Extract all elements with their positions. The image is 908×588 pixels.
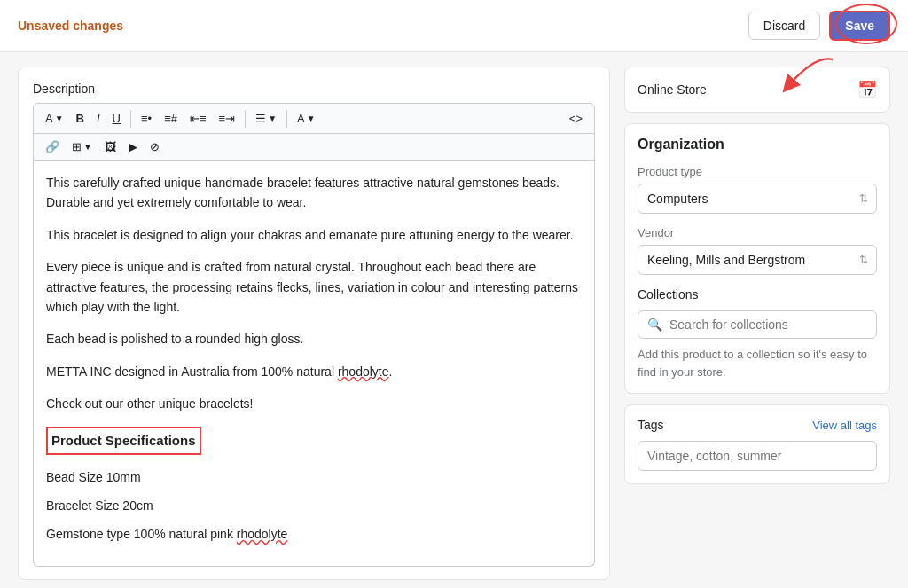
search-icon: 🔍 (647, 318, 662, 332)
save-button-wrapper: Save (829, 11, 890, 41)
divider1 (130, 110, 131, 128)
toolbar-row2: 🔗 ⊞ ▼ 🖼 ▶ ⊘ (33, 134, 595, 161)
ul-btn[interactable]: ≡• (137, 109, 156, 128)
vendor-label: Vendor (638, 226, 877, 239)
online-store-card: Online Store 📅 (624, 67, 890, 113)
collections-search-box[interactable]: 🔍 (638, 310, 877, 339)
product-type-wrapper: Computers Accessories Peripherals ⇅ (638, 184, 877, 214)
main-layout: Description A ▼ B I U ≡• ≡# ⇤≡ ≡⇥ ☰ ▼ A … (0, 52, 908, 588)
video-btn[interactable]: ▶ (124, 137, 142, 156)
divider2 (245, 110, 246, 128)
save-button[interactable]: Save (829, 11, 890, 41)
image-btn[interactable]: 🖼 (100, 137, 121, 156)
spec-1: Bead Size 10mm (46, 467, 582, 487)
left-panel: Description A ▼ B I U ≡• ≡# ⇤≡ ≡⇥ ☰ ▼ A … (18, 67, 610, 580)
tags-card: Tags View all tags (624, 404, 890, 484)
specs-heading: Product Specifications (46, 427, 201, 455)
online-store-label: Online Store (638, 82, 707, 97)
unsaved-changes-label: Unsaved changes (18, 19, 123, 33)
para-4: Each bead is polished to a rounded high … (46, 329, 582, 349)
description-label: Description (33, 82, 595, 96)
right-panel: Online Store 📅 Organization Product type… (624, 67, 890, 580)
rhodolyte-spec-word: rhodolyte (237, 527, 288, 541)
bold-btn[interactable]: B (72, 109, 89, 128)
para-6: Check out our other unique bracelets! (46, 394, 582, 413)
collections-section: Collections 🔍 Add this product to a coll… (638, 287, 877, 380)
underline-btn[interactable]: U (108, 109, 125, 128)
link-btn[interactable]: 🔗 (41, 137, 64, 156)
para-3: Every piece is unique and is crafted fro… (46, 257, 582, 317)
ol-btn[interactable]: ≡# (160, 109, 182, 128)
toolbar-row1: A ▼ B I U ≡• ≡# ⇤≡ ≡⇥ ☰ ▼ A ▼ <> (33, 103, 595, 134)
calendar-icon[interactable]: 📅 (857, 80, 877, 99)
indent-btn[interactable]: ≡⇥ (215, 109, 240, 128)
outdent-btn[interactable]: ⇤≡ (185, 109, 211, 128)
divider3 (286, 110, 287, 128)
color-btn[interactable]: A ▼ (293, 109, 320, 128)
discard-button[interactable]: Discard (748, 12, 820, 40)
online-store-row: Online Store 📅 (638, 80, 877, 99)
org-title: Organization (638, 137, 877, 153)
spec-3: Gemstone type 100% natural pink rhodolyt… (46, 524, 582, 544)
vendor-select[interactable]: Keeling, Mills and Bergstrom Other Vendo… (638, 245, 877, 275)
align-btn[interactable]: ☰ ▼ (251, 109, 281, 128)
tags-row: Tags View all tags (638, 418, 877, 432)
rhodolyte-word: rhodolyte (338, 365, 389, 379)
para-5: METTA INC designed in Australia from 100… (46, 362, 582, 381)
product-type-label: Product type (638, 165, 877, 178)
top-bar-actions: Discard Save (748, 11, 890, 41)
source-btn[interactable]: <> (565, 109, 587, 128)
organization-card: Organization Product type Computers Acce… (624, 123, 890, 394)
para-1: This carefully crafted unique handmade b… (46, 173, 582, 213)
tags-input[interactable] (638, 441, 877, 471)
font-btn[interactable]: A ▼ (41, 109, 68, 128)
view-all-tags-link[interactable]: View all tags (812, 419, 877, 432)
vendor-wrapper: Keeling, Mills and Bergstrom Other Vendo… (638, 245, 877, 275)
collections-hint: Add this product to a collection so it's… (638, 346, 877, 380)
tags-title: Tags (638, 418, 664, 432)
block-btn[interactable]: ⊘ (145, 137, 164, 156)
spec-2: Bracelet Size 20cm (46, 496, 582, 515)
top-bar: Unsaved changes Discard Save (0, 0, 908, 52)
collections-title: Collections (638, 287, 877, 302)
italic-btn[interactable]: I (92, 109, 105, 128)
editor-area[interactable]: This carefully crafted unique handmade b… (33, 161, 595, 567)
para-2: This bracelet is designed to align your … (46, 225, 582, 245)
collections-search-input[interactable] (669, 318, 867, 332)
product-type-select[interactable]: Computers Accessories Peripherals (638, 184, 877, 214)
table-btn[interactable]: ⊞ ▼ (67, 137, 97, 156)
